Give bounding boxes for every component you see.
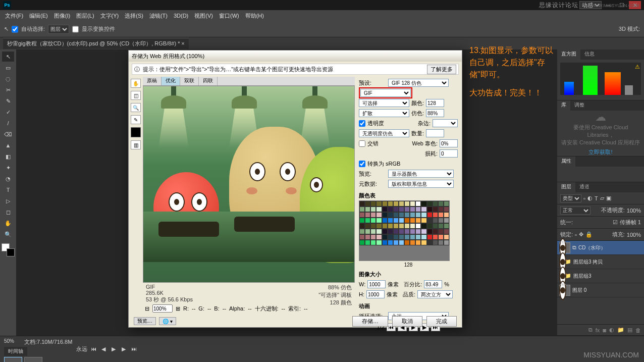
brush-tool[interactable]: / <box>2 118 14 128</box>
opacity-value[interactable]: 100% <box>627 208 641 214</box>
menu-help[interactable]: 帮助(H) <box>242 11 267 21</box>
zoom-tool[interactable]: 🔍 <box>2 229 14 239</box>
menu-filter[interactable]: 滤镜(T) <box>146 11 171 21</box>
menu-view[interactable]: 视图(V) <box>191 11 216 21</box>
layer-name[interactable]: 图层组3 拷贝 <box>573 258 603 266</box>
cclib-link[interactable]: 立即获取! <box>588 148 612 156</box>
dither-field[interactable] <box>426 109 444 117</box>
height-field[interactable] <box>366 290 385 298</box>
hand-tool-icon[interactable]: ✋ <box>131 79 141 88</box>
move-tool[interactable]: ↖ <box>2 51 14 62</box>
warning-icon[interactable]: ⚠ <box>635 64 640 70</box>
link-layers-icon[interactable]: ⧉ <box>588 327 593 333</box>
next-frame-button[interactable]: ▶ <box>120 345 128 352</box>
crop-tool[interactable]: ✂ <box>2 85 14 95</box>
websnap-field[interactable] <box>440 139 458 147</box>
heal-tool[interactable]: ✓ <box>2 107 14 117</box>
menu-file[interactable]: 文件(F) <box>2 11 26 21</box>
tab-libraries[interactable]: 库 <box>557 100 570 111</box>
preset-select[interactable]: GIF 128 仿色 <box>388 79 449 87</box>
zoom-field[interactable] <box>152 304 173 313</box>
menu-window[interactable]: 窗口(W) <box>216 11 242 21</box>
slice-visibility-icon[interactable]: ▥ <box>131 140 141 149</box>
layer-row-3[interactable]: 👁 图层 0 <box>557 283 644 297</box>
auto-select-checkbox[interactable] <box>12 25 18 34</box>
layer-fx-icon[interactable]: fx <box>596 327 600 333</box>
shape-tool[interactable]: ◻ <box>2 207 14 217</box>
color-swatches[interactable] <box>2 243 15 256</box>
format-select[interactable]: GIF <box>360 89 411 97</box>
lock-pixels-icon[interactable]: ▫ <box>575 232 577 238</box>
dodge-tool[interactable]: ◔ <box>2 174 14 184</box>
save-button[interactable]: 存储… <box>352 316 388 327</box>
colors-field[interactable] <box>426 99 444 107</box>
timeline-frame-2[interactable]: 0.5▾ <box>24 357 42 362</box>
show-transform-checkbox[interactable] <box>72 25 79 34</box>
preview-tab-4up[interactable]: 四联 <box>199 77 218 85</box>
percent-field[interactable] <box>424 280 442 288</box>
preview-tab-optimized[interactable]: 优化 <box>162 77 180 85</box>
quality-select[interactable]: 两次立方 <box>417 290 453 298</box>
tab-timeline[interactable]: 时间轴 <box>4 347 27 356</box>
filter-adjust-icon[interactable]: ◐ <box>587 195 593 201</box>
zoom-minus-icon[interactable]: ⊟ <box>145 305 149 312</box>
menu-type[interactable]: 文字(Y) <box>97 11 122 21</box>
hand-tool[interactable]: ✋ <box>2 218 14 228</box>
learn-more-button[interactable]: 了解更多 <box>427 65 456 74</box>
zoom-plus-icon[interactable]: ⊞ <box>176 305 180 312</box>
stamp-tool[interactable]: ⌫ <box>2 129 14 139</box>
matte-select[interactable] <box>433 119 458 127</box>
cancel-button[interactable]: 取消 <box>392 316 422 327</box>
metadata-select[interactable]: 版权和联系信息 <box>388 180 454 188</box>
gradient-tool[interactable]: ◧ <box>2 151 14 162</box>
filter-type-icon[interactable]: T <box>595 195 598 201</box>
prev-frame-button[interactable]: ◀ <box>99 345 108 352</box>
lossy-field[interactable] <box>440 149 458 158</box>
layer-name[interactable]: 图层 0 <box>572 287 586 294</box>
blur-tool[interactable]: ✦ <box>2 163 14 173</box>
menu-layer[interactable]: 图层(L) <box>73 11 97 21</box>
visibility-icon[interactable]: 👁 <box>559 281 566 300</box>
layer-name[interactable]: 图层组3 <box>573 273 592 280</box>
done-button[interactable]: 完成 <box>426 316 457 327</box>
fill-value[interactable]: 100% <box>627 232 641 238</box>
dither-method-select[interactable]: 扩散 <box>359 109 409 117</box>
reduction-select[interactable]: 可选择 <box>359 99 409 107</box>
lock-position-icon[interactable]: ✥ <box>579 231 583 238</box>
eyedropper-tool[interactable]: ✎ <box>2 96 14 106</box>
menu-edit[interactable]: 编辑(E) <box>26 11 51 21</box>
browser-select[interactable]: 🌐 ▾ <box>159 317 176 325</box>
preview-in-browser-button[interactable]: 预览… <box>134 317 156 325</box>
srgb-checkbox[interactable] <box>359 161 365 167</box>
interlaced-checkbox[interactable] <box>359 140 365 147</box>
tab-channels[interactable]: 通道 <box>575 182 594 192</box>
timeline-frame-1[interactable]: 0.5▾ <box>4 357 22 362</box>
preview-image[interactable] <box>143 86 355 283</box>
tab-adjustments[interactable]: 调整 <box>570 100 588 111</box>
new-fill-icon[interactable]: ◐ <box>609 327 614 333</box>
filter-shape-icon[interactable]: ▱ <box>600 195 604 201</box>
layer-row-1[interactable]: ▸ 📁 图层组3 拷贝 <box>557 255 644 269</box>
layer-row-2[interactable]: ▸ 📁 图层组3 <box>557 269 644 283</box>
layer-kind-filter[interactable]: 类型 <box>560 194 581 202</box>
new-layer-icon[interactable]: ▤ <box>627 327 632 333</box>
layer-name[interactable]: CD（水印） <box>578 244 606 251</box>
layer-row-0[interactable]: 👁 ⧉ CD（水印） <box>557 241 644 255</box>
auto-select-dropdown[interactable]: 图层 <box>48 25 69 34</box>
loop-label[interactable]: 永远 <box>76 345 87 353</box>
lasso-tool[interactable]: ◌ <box>2 74 14 84</box>
last-frame-button[interactable]: ⏭ <box>130 345 138 352</box>
layer-mask-icon[interactable]: ◙ <box>603 327 606 333</box>
play-button[interactable]: ▶ <box>110 345 118 352</box>
marquee-tool[interactable]: ▭ <box>2 63 14 73</box>
blend-mode-select[interactable]: 正常 <box>560 206 591 215</box>
preview-profile-select[interactable]: 显示器颜色 <box>388 170 454 178</box>
tab-close-icon[interactable]: × <box>181 40 184 46</box>
menu-select[interactable]: 选择(S) <box>122 11 146 21</box>
tab-properties[interactable]: 属性 <box>557 157 575 167</box>
eraser-tool[interactable]: ▲ <box>2 140 14 150</box>
zoom-tool-icon[interactable]: 🔍 <box>131 103 141 112</box>
pen-tool[interactable]: ▷ <box>2 196 14 206</box>
tab-histogram[interactable]: 直方图 <box>557 49 580 60</box>
transparency-checkbox[interactable] <box>359 120 365 127</box>
